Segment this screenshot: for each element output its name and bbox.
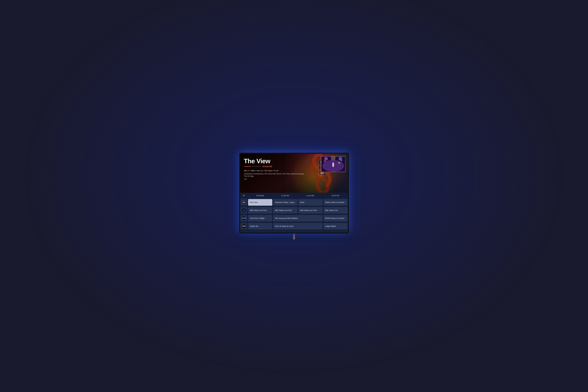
program-abc-news-3[interactable]: ABC News Live First [298,207,322,214]
time-slot-4: 12:00 PM [323,194,348,197]
svg-point-7 [332,162,334,167]
newslive-logo: @NEWSLIVE [242,208,246,213]
program-fox10-news[interactable]: FOX 10 News at 11am [273,223,322,230]
hero-content: The View 14 min left ABC 3 • NEW • Nov 2… [240,154,310,193]
channel-row-abc: abc The View Channel 3 News - Days... Ex… [240,198,348,206]
program-wkrg-news[interactable]: WKRG News 5 at Noon [324,215,348,222]
progress-container: 14 min left [244,166,306,168]
thumbnail-content [321,156,345,172]
program-studio-ten[interactable]: Studio Ten [248,223,272,230]
svg-point-8 [324,160,326,162]
tv-frame: 95 75 40 The View 14 min left ABC 3 • NE… [239,153,349,234]
progress-track [244,166,261,167]
time-slot-1: 10:30 AM [248,194,272,197]
program-the-view[interactable]: The View [248,199,272,206]
channel-row-cbs: @CBS The Price Is Right The Young and th… [240,214,348,222]
guide-section: ≡ 10:30 AM 11:00 AM 11:30 AM 12:00 PM ab… [240,193,348,232]
fox-channel-logo: FOX [240,223,247,230]
tv-screen: 95 75 40 The View 14 min left ABC 3 • NE… [240,154,348,232]
progress-fill [244,166,251,167]
program-channel3-news[interactable]: Channel 3 News - Days... [273,199,297,206]
abc-channel-logo: abc [240,199,247,206]
fox-logo: FOX [242,224,246,228]
guide-bottom-padding [240,230,348,232]
time-left-label: 14 min left [262,166,272,168]
show-meta: ABC 3 • NEW • Nov 22 • The View • TV-14 [244,170,306,172]
cbs-channel-logo: @CBS [240,215,247,222]
channel-row-newslive: @NEWSLIVE ABC News Live First ABC News L… [240,206,348,214]
program-abc-news-1[interactable]: ABC News Live First [248,207,272,214]
tv-stand [239,233,349,240]
svg-point-9 [341,160,342,161]
newslive-channel-logo: @NEWSLIVE [240,207,247,214]
time-slot-2: 11:00 AM [272,194,298,197]
show-description: Celebrating Thanksgiving; chef Carla Hal… [244,173,306,178]
program-judge-mathis[interactable]: Judge Mathis [324,223,348,230]
program-gma3[interactable]: GMA3: What You Need... [324,199,348,206]
hero-banner: 95 75 40 The View 14 min left ABC 3 • NE… [240,154,348,193]
svg-point-10 [338,162,340,164]
thumbnail-svg [321,156,345,172]
program-young-restless[interactable]: The Young and the Restless [273,215,322,222]
time-slot-3: 11:30 AM [298,194,323,197]
hero-thumbnail[interactable] [321,156,346,172]
channel-row-fox: FOX Studio Ten FOX 10 News at 11am Judge… [240,222,348,230]
program-extra[interactable]: Extra [298,199,322,206]
filter-icon[interactable]: ≡ [240,194,248,197]
program-abc-news-live[interactable]: ABC News Live [324,207,348,214]
hero-show-title: The View [244,157,306,165]
program-abc-news-2[interactable]: ABC News Live First [273,207,297,214]
program-price-is-right[interactable]: The Price Is Right [248,215,272,222]
svg-point-4 [324,157,328,160]
show-genre: Talk [244,178,306,180]
cbs-logo: @CBS [242,216,246,220]
time-header: ≡ 10:30 AM 11:00 AM 11:30 AM 12:00 PM [240,193,348,198]
tv-stand-neck [293,233,295,240]
abc-logo: abc [242,200,246,204]
